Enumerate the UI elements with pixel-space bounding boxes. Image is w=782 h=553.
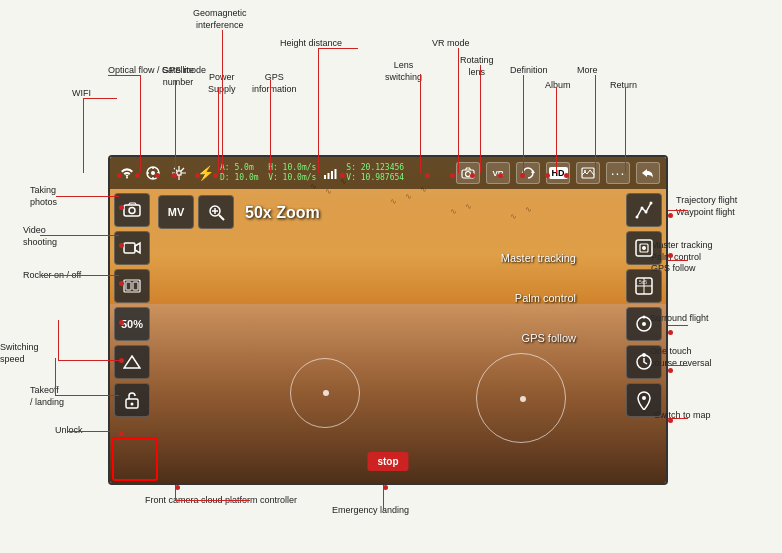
gps-info-ann-label: GPS information: [252, 72, 297, 94]
svg-rect-16: [331, 171, 333, 179]
left-control-panel: 50%: [114, 193, 150, 417]
line-trajectory-h: [668, 210, 688, 211]
dot-geomagnetic: [195, 173, 200, 178]
definition-ann-label: Definition: [510, 65, 548, 75]
svg-rect-14: [324, 175, 326, 179]
svg-point-24: [129, 208, 135, 214]
svg-point-42: [642, 246, 646, 250]
svg-rect-17: [335, 169, 337, 179]
satellite-icon: [168, 162, 190, 184]
dot-wifi: [117, 173, 122, 178]
return-btn[interactable]: [636, 162, 660, 184]
ann-satellite: Satellite number: [162, 65, 194, 88]
rotating-lens-ann-label: Rotating lens: [460, 55, 494, 77]
dot-power: [172, 173, 177, 178]
dot-speed: [119, 320, 124, 325]
ann-switch-map: Switch to map: [654, 410, 711, 422]
line-satellite-v: [175, 80, 176, 173]
left-crosshair-dot: [323, 390, 329, 396]
line-definition-v: [523, 75, 524, 173]
ann-vr-mode: VR mode: [432, 38, 470, 50]
line-optical-h: [108, 75, 140, 76]
svg-text:5x5: 5x5: [639, 279, 647, 285]
line-video-h: [40, 235, 119, 236]
svg-rect-28: [133, 282, 138, 290]
ann-gps-info: GPS information: [252, 72, 297, 95]
dot-unlock: [119, 431, 124, 436]
unlock-ann-label: Unlock: [55, 425, 83, 435]
dot-return: [564, 173, 569, 178]
dot-one-touch: [668, 368, 673, 373]
dot-video: [119, 243, 124, 248]
album-ann-label: Album: [545, 80, 571, 90]
svg-point-37: [641, 207, 644, 210]
line-unlock-h: [68, 431, 119, 432]
tracking-labels: Master tracking Palm control GPS follow: [501, 252, 576, 372]
mv-btn[interactable]: MV: [158, 195, 194, 229]
line-one-touch-h: [668, 365, 688, 366]
dot-emergency: [383, 485, 388, 490]
photo-btn[interactable]: [114, 193, 150, 227]
line-speed-v: [58, 320, 59, 360]
line-geomagnetic-v: [222, 30, 223, 173]
palm-gps-btn[interactable]: 5x5: [626, 269, 662, 303]
one-touch-btn[interactable]: [626, 345, 662, 379]
master-tracking-btn[interactable]: [626, 231, 662, 265]
ann-return: Return: [610, 80, 637, 92]
line-optical-v: [140, 75, 141, 173]
hud-bar: ⚡ A: 5.0m H: 10.0m/s D: 10.0m V: 10.0m/s…: [110, 157, 666, 189]
dot-rocker: [119, 281, 124, 286]
dot-vr: [450, 173, 455, 178]
line-rocker-h: [40, 275, 119, 276]
line-surround-h: [668, 325, 688, 326]
dot-gps-info: [213, 173, 218, 178]
dot-optical: [135, 173, 140, 178]
rocker-btn[interactable]: [114, 269, 150, 303]
line-master-right-h: [668, 260, 688, 261]
more-btn[interactable]: ···: [606, 162, 630, 184]
video-btn[interactable]: [114, 231, 150, 265]
trajectory-flight-btn[interactable]: [626, 193, 662, 227]
ann-rotating-lens: Rotating lens: [460, 55, 494, 78]
line-height-v: [318, 48, 319, 173]
gps-mode-icon: [142, 162, 164, 184]
ann-lens-switching: Lens switching: [385, 60, 422, 83]
dot-front-camera: [175, 485, 180, 490]
zoom-btn[interactable]: [198, 195, 234, 229]
line-return-v: [625, 88, 626, 173]
line-album-v: [556, 88, 557, 173]
height-dist-ann-label: Height distance: [280, 38, 342, 48]
switch-map-btn[interactable]: [626, 383, 662, 417]
master-tracking-label: Master tracking: [501, 252, 576, 264]
line-more-v: [595, 75, 596, 173]
ann-trajectory: Trajectory flight Waypoint flight: [676, 195, 737, 218]
zoom-label: 50x Zoom: [245, 204, 320, 222]
lens-switching-ann-label: Lens switching: [385, 60, 422, 82]
stop-btn[interactable]: stop: [367, 452, 408, 471]
ann-video-shooting: Video shooting: [23, 225, 57, 248]
svg-point-51: [642, 353, 646, 357]
dot-definition: [498, 173, 503, 178]
drone-screen: ∿ ∿ ∿ ∿ ∿ ∿ ∿ ∿ ∿ ∿ ⚡ A: 5.0m H: 10.0m/s…: [108, 155, 668, 485]
dot-more: [545, 173, 550, 178]
camera-hud-btn[interactable]: [456, 162, 480, 184]
svg-point-22: [584, 170, 586, 172]
svg-point-36: [636, 216, 639, 219]
emergency-landing-ann-label: Emergency landing: [332, 505, 409, 515]
ann-emergency-landing: Emergency landing: [332, 505, 409, 517]
dot-surround: [668, 330, 673, 335]
line-speed-h: [58, 360, 119, 361]
unlock-btn[interactable]: [114, 383, 150, 417]
album-btn[interactable]: [576, 162, 600, 184]
trajectory-ann-label: Trajectory flight Waypoint flight: [676, 195, 737, 217]
more-ann-label: More: [577, 65, 598, 75]
line-wifi-v: [83, 98, 84, 173]
gps-follow-label: GPS follow: [501, 332, 576, 344]
svg-point-49: [643, 316, 646, 319]
right-flight-panel: 5x5: [626, 193, 662, 417]
dot-trajectory: [668, 213, 673, 218]
surround-flight-btn[interactable]: [626, 307, 662, 341]
svg-point-31: [131, 403, 134, 406]
mv-label: MV: [168, 206, 185, 218]
ann-album: Album: [545, 80, 571, 92]
